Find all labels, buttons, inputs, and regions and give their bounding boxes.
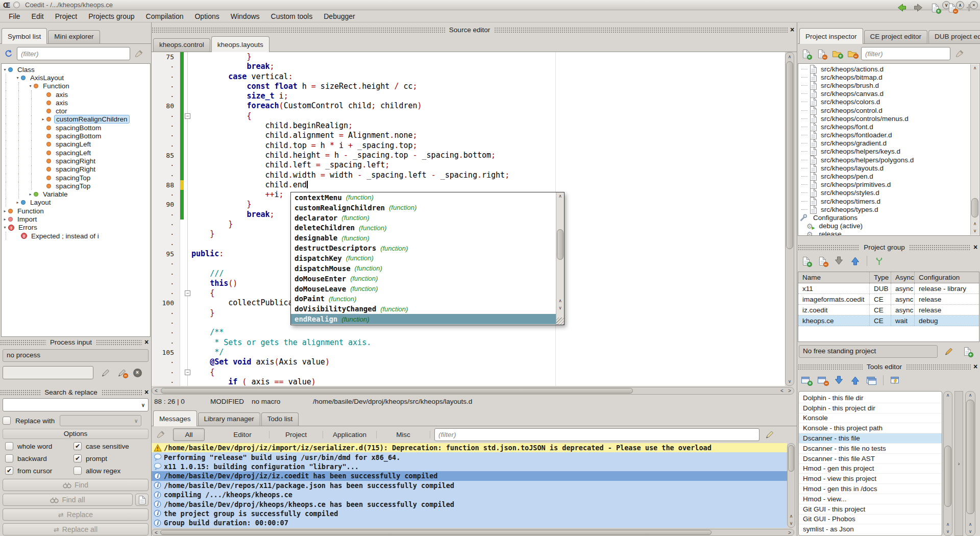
- code-line[interactable]: 80 foreach(CustomControl child; children…: [152, 101, 785, 111]
- menu-item-windows[interactable]: Windows: [225, 11, 265, 21]
- move-up-icon[interactable]: [849, 255, 861, 267]
- search-combobox[interactable]: ∨: [3, 398, 149, 411]
- scroll-left-icon[interactable]: <: [153, 529, 160, 535]
- go-back-icon[interactable]: [895, 2, 908, 14]
- add-folder-icon[interactable]: +: [830, 47, 843, 60]
- replace-combobox[interactable]: ∨: [60, 415, 141, 426]
- go-back-arrow-icon[interactable]: [897, 3, 906, 12]
- symbol-tree-item[interactable]: spacingLeft: [2, 140, 150, 149]
- code-line[interactable]: · case vertical:: [152, 72, 785, 82]
- symbol-tree-item[interactable]: ▾!Errors: [2, 224, 150, 232]
- expand-icon[interactable]: ▸: [27, 192, 34, 197]
- symbol-tree-item[interactable]: spacingRight: [2, 165, 150, 174]
- completion-item[interactable]: doMouseLeave(function): [291, 284, 564, 294]
- messages-hscrollbar[interactable]: < >: [152, 529, 794, 536]
- tool-item[interactable]: Hmod - gen this project: [799, 464, 942, 474]
- file-item[interactable]: src/kheops/control.d: [798, 106, 979, 114]
- symbol-tree-item[interactable]: spacingRight: [2, 157, 150, 165]
- async-mode-icon[interactable]: [873, 255, 885, 267]
- symbol-tree-item[interactable]: spacingBottom: [2, 132, 150, 140]
- remove-folder-icon[interactable]: −: [846, 47, 858, 60]
- completion-item[interactable]: dispatchMouse(function): [291, 263, 564, 274]
- tools-vscrollbar[interactable]: ∧ ∧ ∨: [943, 391, 952, 536]
- symbol-tree-item[interactable]: ▸Function: [2, 207, 150, 215]
- category-misc-button[interactable]: Misc: [377, 431, 430, 438]
- add-project-icon[interactable]: +: [800, 255, 812, 267]
- tab-ce-project-editor[interactable]: CE project editor: [864, 30, 928, 43]
- code-line[interactable]: 105 */: [152, 348, 785, 357]
- symbol-tree-item[interactable]: spacingTop: [2, 182, 150, 190]
- fold-collapse-icon[interactable]: −: [185, 370, 190, 375]
- resize-grip[interactable]: [556, 318, 564, 325]
- editor-hscrollbar[interactable]: < < >: [152, 387, 794, 395]
- split-view-icon[interactable]: [966, 4, 972, 12]
- group-row[interactable]: kheops.ceCEwaitdebug: [798, 315, 979, 326]
- add-source-icon[interactable]: +: [800, 47, 812, 60]
- collapse-icon[interactable]: ▾: [2, 225, 8, 230]
- file-item[interactable]: src/kheops/helpers/keys.d: [798, 148, 979, 156]
- scroll-thumb[interactable]: [786, 61, 793, 249]
- code-line[interactable]: · child.top = h * i + _spacing.top;: [152, 141, 785, 151]
- clone-tool-icon[interactable]: [865, 374, 877, 386]
- editor-vscrollbar[interactable]: ∧ ∨: [785, 52, 794, 386]
- log-row[interactable]: i/home/basile/Dev/dproj/iz/iz.coedit has…: [152, 471, 787, 480]
- file-item[interactable]: src/kheops/actions.d: [798, 65, 979, 73]
- inspector-filter-input[interactable]: [861, 47, 950, 60]
- close-document-icon[interactable]: −: [948, 3, 957, 13]
- code-line[interactable]: · child.alignment = Alignment.none;: [152, 131, 785, 140]
- symbol-tree-item[interactable]: spacingBottom: [2, 124, 150, 132]
- completion-item[interactable]: deleteChildren(function): [291, 223, 564, 233]
- code-line[interactable]: · const float h = sizeRect.height / cc;: [152, 82, 785, 91]
- tab-messages[interactable]: Messages: [153, 410, 197, 426]
- send-no-newline-icon[interactable]: −: [116, 367, 128, 379]
- scroll-thumb[interactable]: [971, 198, 978, 217]
- clear-filter-icon[interactable]: [953, 47, 966, 60]
- file-item[interactable]: src/kheops/styles.d: [798, 189, 979, 197]
- group-row[interactable]: x11DUBasyncrelease - library: [798, 283, 979, 294]
- code-line[interactable]: ·− {: [152, 368, 785, 377]
- code-line[interactable]: · /**: [152, 328, 785, 337]
- messages-options-icon[interactable]: [764, 429, 776, 441]
- new-document-icon[interactable]: +: [931, 3, 940, 13]
- scroll-down-icon[interactable]: ∨: [556, 304, 564, 311]
- column-header-configuration[interactable]: Configuration: [915, 272, 979, 283]
- file-item[interactable]: src/kheops/timers.d: [798, 197, 979, 205]
- messages-wand-icon[interactable]: [765, 430, 774, 439]
- checkbox-whole-word[interactable]: [5, 442, 13, 450]
- editor-tab-kheops-control[interactable]: kheops.control: [153, 38, 210, 52]
- group-row[interactable]: imageformats.coeditCEasyncrelease: [798, 294, 979, 305]
- move-up-icon[interactable]: [850, 376, 860, 385]
- scroll-thumb[interactable]: [557, 229, 564, 260]
- symbol-tree-item[interactable]: !Expected ; instead of i: [2, 232, 150, 240]
- column-header-type[interactable]: Type: [870, 272, 891, 283]
- menu-item-projects-group[interactable]: Projects group: [83, 11, 140, 21]
- completion-item[interactable]: doPaint(function): [291, 294, 564, 304]
- scroll-left-icon[interactable]: <: [153, 387, 160, 394]
- remove-source-icon[interactable]: −: [815, 47, 827, 60]
- send-pencil-icon[interactable]: [101, 369, 110, 377]
- add-tool-icon[interactable]: +: [800, 374, 812, 386]
- collapse-icon[interactable]: ▾: [27, 84, 34, 88]
- expand-icon[interactable]: ▸: [40, 117, 46, 121]
- kill-process-icon[interactable]: ×: [131, 367, 143, 379]
- column-header-async[interactable]: Async: [891, 272, 915, 283]
- symbol-tree-item[interactable]: ▸Variable: [2, 190, 150, 198]
- tool-item[interactable]: symlist - as Json: [799, 524, 942, 534]
- symbol-filter-input[interactable]: [17, 47, 130, 60]
- add-folder-icon[interactable]: +: [832, 50, 842, 58]
- expand-icon[interactable]: ▸: [2, 209, 8, 213]
- column-header-name[interactable]: Name: [798, 272, 870, 283]
- code-line[interactable]: · @Set void axis(Axis value): [152, 357, 785, 367]
- tool-item[interactable]: Hmod - view this project: [799, 474, 942, 484]
- code-line[interactable]: · child.left = _spacing.left;: [152, 160, 785, 170]
- replace-with-checkbox[interactable]: [3, 417, 11, 425]
- configurations-item[interactable]: Configurations: [798, 213, 979, 222]
- completion-item[interactable]: doMouseEnter(function): [291, 274, 564, 284]
- replace-all-button[interactable]: ⇄Replace all: [3, 523, 149, 535]
- edit-free-standing-icon[interactable]: [943, 345, 955, 357]
- code-line[interactable]: · * Sets or gets the alignment axis.: [152, 338, 785, 348]
- checkbox-case-sensitive[interactable]: ✔: [74, 442, 82, 450]
- group-row[interactable]: iz.coeditCEasyncrelease: [798, 305, 979, 315]
- checkbox-prompt[interactable]: ✔: [74, 454, 82, 462]
- go-forward-arrow-icon[interactable]: [914, 3, 923, 12]
